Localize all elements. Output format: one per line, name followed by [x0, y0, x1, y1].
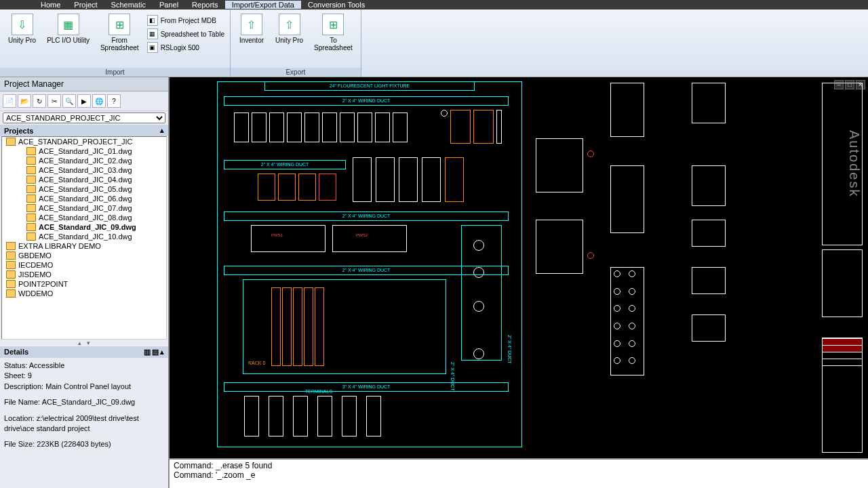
- tree-file[interactable]: ACE_Standard_JIC_09.dwg: [2, 222, 166, 232]
- tree-project[interactable]: POINT2POINT: [2, 279, 166, 289]
- tree-file[interactable]: ACE_Standard_JIC_05.dwg: [2, 184, 166, 194]
- collapse-icon: ▴: [160, 348, 164, 357]
- unity-pro-icon: ⇩: [12, 14, 33, 35]
- tree-file[interactable]: ACE_Standard_JIC_03.dwg: [2, 165, 166, 175]
- export-unity-pro-button[interactable]: ⇧ Unity Pro: [270, 12, 309, 45]
- pm-help-button[interactable]: ?: [107, 94, 121, 108]
- tree-file[interactable]: ACE_Standard_JIC_02.dwg: [2, 156, 166, 165]
- rslogix-icon: ▣: [147, 42, 158, 53]
- tree-file[interactable]: ACE_Standard_JIC_01.dwg: [2, 146, 166, 156]
- ps-box-2: [332, 225, 407, 252]
- detail-block-8: [692, 314, 726, 342]
- tree-file[interactable]: ACE_Standard_JIC_08.dwg: [2, 213, 166, 222]
- receptacle-1: [473, 240, 484, 253]
- ps-label-2: PWS2: [356, 233, 368, 237]
- details-view1-icon[interactable]: ▥: [144, 348, 151, 357]
- spreadsheet-in-icon: ⊞: [108, 14, 130, 35]
- folder-icon: [6, 289, 16, 298]
- plc-io-utility-button[interactable]: ▦ PLC I/O Utility: [41, 12, 95, 45]
- spreadsheet-out-icon: ⊞: [322, 14, 344, 35]
- tree-file[interactable]: ACE_Standard_JIC_07.dwg: [2, 203, 166, 213]
- tree-project[interactable]: EXTRA LIBRARY DEMO: [2, 241, 166, 251]
- drawing-canvas[interactable]: – □ ✕ 24" FLOURESCENT LIGHT FIXTURE 2" X…: [170, 77, 868, 458]
- pm-new-button[interactable]: 📄: [3, 94, 16, 108]
- jb2-dot: [587, 249, 594, 262]
- ribbon-group-import: ⇩ Unity Pro ▦ PLC I/O Utility ⊞ From Spr…: [0, 9, 231, 77]
- inventor-icon: ⇧: [241, 14, 262, 35]
- pm-open-button[interactable]: 📂: [18, 94, 31, 108]
- from-project-mdb-button[interactable]: ◧From Project MDB: [147, 15, 224, 26]
- collapse-icon: ▴: [160, 126, 164, 135]
- dwg-icon: [26, 185, 36, 193]
- tab-home[interactable]: Home: [34, 1, 67, 9]
- tab-panel[interactable]: Panel: [153, 1, 185, 9]
- from-spreadsheet-button[interactable]: ⊞ From Spreadsheet: [95, 12, 144, 53]
- tree-file[interactable]: ACE_Standard_JIC_06.dwg: [2, 194, 166, 203]
- wiring-duct-3: 2" X 4" WIRING DUCT: [224, 211, 509, 221]
- tree-project[interactable]: IECDEMO: [2, 260, 166, 270]
- ps-box-1: [251, 225, 326, 252]
- receptacle-3: [473, 301, 484, 314]
- label: Unity Pro: [275, 37, 303, 44]
- tree-root[interactable]: ACE_STANDARD_PROJECT_JIC: [2, 137, 166, 146]
- tree-project[interactable]: JISDEMO: [2, 270, 166, 279]
- drive-row: [353, 157, 464, 202]
- ribbon-tab-strip: Home Project Schematic Panel Reports Imp…: [0, 0, 868, 9]
- light-fixture: 24" FLOURESCENT LIGHT FIXTURE: [264, 81, 475, 91]
- pm-publish-button[interactable]: 🌐: [92, 94, 106, 108]
- tab-import-export[interactable]: Import/Export Data: [225, 1, 301, 9]
- detail-block-4: [692, 83, 726, 123]
- group-label: Import: [0, 68, 230, 77]
- pm-refresh-button[interactable]: ↻: [33, 94, 46, 108]
- receptacle-2: [473, 267, 484, 281]
- indicator-row: [441, 110, 502, 144]
- details-header[interactable]: Details▥▤▴: [0, 346, 168, 358]
- pm-search-button[interactable]: 🔍: [62, 94, 76, 108]
- label: Inventor: [239, 37, 264, 44]
- tree-file[interactable]: ACE_Standard_JIC_10.dwg: [2, 232, 166, 241]
- rslogix-button[interactable]: ▣RSLogix 500: [147, 42, 224, 53]
- tab-reports[interactable]: Reports: [185, 1, 225, 9]
- tree-project[interactable]: WDDEMO: [2, 289, 166, 298]
- active-project-select[interactable]: ACE_STANDARD_PROJECT_JIC: [3, 113, 165, 123]
- details-view2-icon[interactable]: ▤: [152, 348, 159, 357]
- project-tree[interactable]: ACE_STANDARD_PROJECT_JIC ACE_Standard_JI…: [1, 136, 167, 340]
- detail-block-1: [610, 83, 644, 137]
- label: From Spreadsheet: [100, 37, 139, 52]
- dwg-icon: [26, 214, 36, 222]
- tab-schematic[interactable]: Schematic: [104, 1, 153, 9]
- pm-cut-button[interactable]: ✂: [47, 94, 61, 108]
- detail-block-3: [610, 267, 644, 375]
- folder-icon: [6, 280, 16, 288]
- pm-toolbar: 📄 📂 ↻ ✂ 🔍 ▶ 🌐 ?: [0, 92, 168, 111]
- drawing-area: – □ ✕ 24" FLOURESCENT LIGHT FIXTURE 2" X…: [170, 77, 868, 488]
- detail-location: Location: z:\electrical 2009\test drive\…: [4, 413, 164, 434]
- vert-duct-label-2: 2" X 4" DUCT: [507, 335, 512, 364]
- autodesk-logo: Autodesk: [822, 83, 863, 245]
- dwg-icon: [26, 147, 36, 155]
- table-icon: ▦: [147, 28, 158, 39]
- folder-icon: [6, 270, 16, 279]
- dwg-icon: [26, 232, 36, 241]
- wiring-duct-1: 2" X 4" WIRING DUCT: [224, 96, 509, 106]
- tree-file[interactable]: ACE_Standard_JIC_04.dwg: [2, 175, 166, 184]
- tree-project[interactable]: GBDEMO: [2, 251, 166, 260]
- import-unity-pro-button[interactable]: ⇩ Unity Pro: [3, 12, 41, 45]
- label: RSLogix 500: [161, 44, 199, 52]
- tab-project[interactable]: Project: [67, 1, 104, 9]
- detail-block-5: [692, 165, 726, 206]
- pm-plot-button[interactable]: ▶: [77, 94, 91, 108]
- detail-filesize: File Size: 223KB (228403 bytes): [4, 439, 164, 449]
- tab-conversion[interactable]: Conversion Tools: [301, 1, 372, 9]
- to-spreadsheet-button[interactable]: ⊞ To Spreadsheet: [309, 12, 358, 53]
- ribbon-group-export: ⇧ Inventor ⇧ Unity Pro ⊞ To Spreadsheet …: [231, 9, 361, 77]
- spreadsheet-to-table-button[interactable]: ▦Spreadsheet to Table: [147, 28, 224, 39]
- folder-icon: [6, 261, 16, 269]
- projects-header[interactable]: Projects▴: [0, 125, 168, 136]
- command-line[interactable]: Command: _.erase 5 found Command: '_.zoo…: [170, 458, 868, 488]
- plc-io-icon: ▦: [58, 14, 79, 35]
- export-inventor-button[interactable]: ⇧ Inventor: [233, 12, 270, 45]
- folder-icon: [6, 242, 16, 250]
- detail-description: Description: Main Control Panel layout: [4, 382, 164, 392]
- label: To Spreadsheet: [314, 37, 353, 52]
